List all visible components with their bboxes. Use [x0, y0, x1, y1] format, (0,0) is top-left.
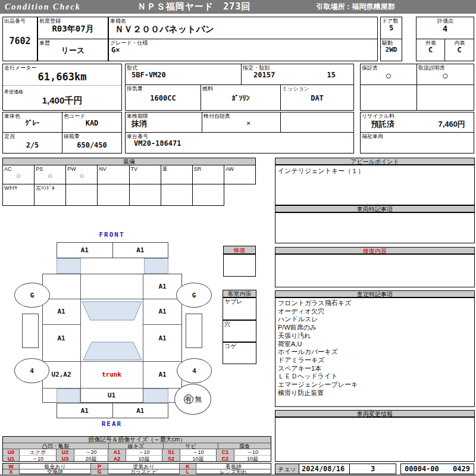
fuel-value: ｶﾞｿﾘﾝ — [201, 94, 280, 102]
displacement-label: 排気量 — [126, 85, 201, 92]
front-bumper-right-mark: A1 — [112, 243, 168, 258]
interior-grade-value: C — [445, 46, 474, 54]
exterior-grade-box: 外装 C — [416, 39, 445, 61]
first-registration-box: 初度登録 R03年07月 — [37, 17, 108, 39]
list-item: エマージェンシーブレーキ — [278, 381, 474, 389]
equipment-cell-ac: AC○ — [3, 165, 35, 184]
first-registration-value: R03年07月 — [38, 24, 108, 34]
transmission-box: ミッション DAT — [280, 84, 354, 111]
cabin-lining-hole-label: 穴 — [223, 321, 256, 327]
score-value: 4 — [416, 24, 474, 34]
class-value-2: 15 — [327, 71, 336, 79]
model-code-label: 型式 — [126, 64, 241, 71]
check-date-cell: 2024/08/16 — [299, 464, 350, 474]
legend-group-rust: サビ — [164, 443, 218, 449]
legend-code: K — [180, 464, 196, 469]
spare-tire-indicator: 有 無 — [174, 384, 211, 415]
list-item: 天張り汚れ — [278, 332, 474, 340]
front-right-pillar-shade — [144, 258, 168, 274]
equipment-mark: ○ — [35, 172, 65, 180]
exterior-grade-label: 外装 — [416, 39, 444, 46]
right-quarter-mark: A1 — [143, 361, 182, 388]
model-name-box: 車種名 ＮＶ２００バネットバン — [108, 17, 378, 39]
list-item: フロントガラス飛石キズ — [278, 299, 474, 308]
displacement-value: 1600CC — [126, 94, 201, 102]
grade-box: グレード・仕様 G× — [108, 39, 378, 61]
price-value: 1,400千円 — [3, 95, 121, 106]
equipment-label: 左ﾊﾝﾄﾞﾙ — [35, 184, 65, 191]
legend-code: C2 — [217, 456, 234, 461]
legend-code: S2 — [162, 456, 180, 461]
divider — [3, 85, 121, 86]
color-code-box: 色コード KAD — [62, 112, 122, 133]
rear-window-shape — [80, 341, 143, 362]
list-item: 横滑り防止装置 — [278, 389, 474, 397]
list-item: P/W前席のみ — [278, 324, 474, 332]
legend-size: 10超 — [234, 456, 271, 461]
front-bumper-left-mark: A1 — [57, 243, 112, 258]
grade-value: G× — [109, 46, 377, 54]
vehicle-notes-body — [275, 212, 475, 243]
empty-cell — [280, 112, 354, 133]
check-label: チェック — [275, 464, 299, 474]
drive-value: 2WD — [381, 46, 402, 54]
equipment-cell-empty — [161, 184, 193, 205]
spare-no: 無 — [195, 394, 202, 405]
legend-code: X — [3, 469, 20, 474]
load-capacity-label: 積載量 — [62, 133, 121, 139]
doors-label: ドア数 — [381, 17, 402, 24]
legend-size: ～10 — [180, 449, 217, 455]
front-bumper: A1 A1 — [57, 242, 168, 258]
list-item: ドアミラーキズ — [278, 356, 474, 365]
equipment-cell-empty — [66, 184, 98, 205]
chassis-number-value: VM20-186471 — [126, 139, 353, 148]
inspection-label: 車検期限 — [126, 112, 202, 119]
equipment-label: SR — [193, 165, 224, 172]
chassis-number-box: 車台番号 VM20-186471 — [125, 132, 354, 154]
color-code-label: 色コード — [62, 112, 121, 119]
legend-desc: 交換跡 — [20, 469, 91, 474]
damage-diagram: FRONT A1 A1 G G 4 4 A1 A1 A1 A1 A1 U2, — [5, 231, 219, 434]
insurance-box: 検付自賠責 × — [202, 112, 281, 133]
cabin-lining-tear-cell: ヤブレ — [223, 298, 256, 320]
check-page: 0429 — [453, 465, 470, 473]
doors-box: ドア数 5 — [380, 17, 402, 39]
equipment-cell-empty — [193, 184, 224, 205]
fuel-box: 燃料 ｶﾞｿﾘﾝ — [201, 84, 281, 111]
header-bar: Condition Check ＮＰＳ福岡ヤード 273回 引取場所：福岡県糟屋… — [0, 0, 476, 14]
check-code: 00004-00 — [405, 465, 439, 473]
welfare-vehicle-box: 福祉車両 — [360, 132, 474, 154]
load-capacity-value: 650/450 — [62, 141, 121, 149]
equipment-cell-empty — [98, 184, 129, 205]
odometer-price-box: 走行メーター 61,663km 希望価格 1,400千円 — [2, 64, 122, 111]
doors-value: 5 — [381, 24, 402, 32]
odometer-value: 61,663km — [3, 71, 121, 83]
legend-size: ～10 — [126, 449, 162, 455]
history-value: リース — [38, 46, 108, 55]
model-name-label: 車種名 — [109, 17, 377, 24]
score-box: 評価点 4 — [416, 17, 474, 39]
warranty-box: 保証書 ○ — [360, 64, 417, 85]
list-item: 荷室A,U — [278, 340, 474, 349]
equipment-cell-sr: SR — [193, 165, 224, 184]
recycle-status: 預託済 — [371, 119, 394, 130]
cabin-lining-burn-label: コゲ — [223, 343, 256, 349]
history-label: 車歴 — [38, 39, 108, 46]
odometer-label: 走行メーター — [3, 64, 121, 71]
exterior-grade-value: C — [416, 46, 444, 54]
cabin-lining-hole-cell: 穴 — [223, 320, 256, 342]
equipment-cell-pw: PW○ — [66, 165, 98, 184]
left-rear-door-mark: A1 — [42, 326, 80, 350]
recycle-fee-value: 7,460円 — [438, 119, 465, 130]
body-color-box: 車体色 ｸﾞﾚｰ — [2, 112, 62, 133]
class-value-1: 20157 — [253, 71, 275, 79]
capacity-label: 定員 — [3, 133, 62, 139]
repair-marks-legend-table: W 板金あり P 塗装あり K 看板跡 X 交換跡 G ガラスヒビ L レンズ割… — [2, 463, 271, 474]
equipment-row-1: AC○ PS○ PW○ NV TV 革 SR AW — [2, 165, 256, 184]
capacity-value: 2/5 — [3, 141, 62, 149]
legend-size: ～10 — [234, 449, 271, 455]
inspection-box: 車検期限 抹消 — [125, 112, 202, 133]
rear-label: REAR — [88, 420, 136, 427]
manual-label: 取扱説明書 — [417, 64, 474, 71]
color-code-value: KAD — [62, 119, 121, 127]
